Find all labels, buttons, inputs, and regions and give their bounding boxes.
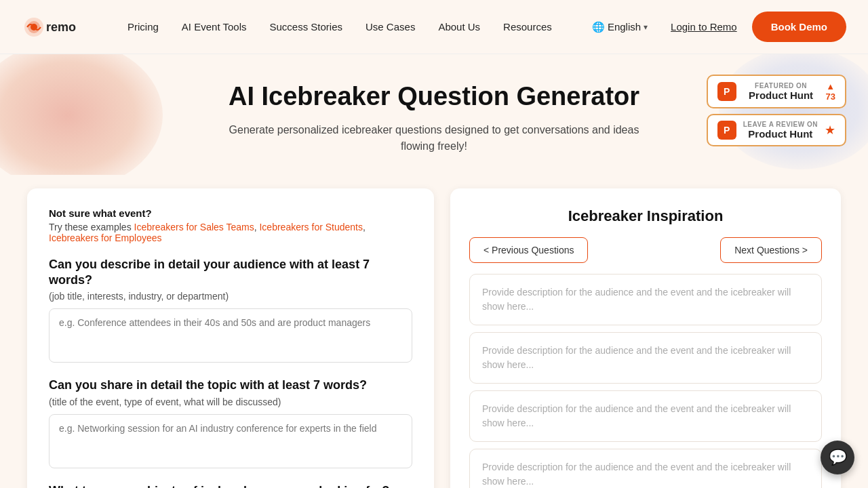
hero-subtitle: Generate personalized icebreaker questio… — [224, 122, 644, 155]
question2-label: Can you share in detail the topic with a… — [49, 378, 412, 393]
question2-hint: (title of the event, type of event, what… — [49, 396, 412, 407]
book-demo-button[interactable]: Book Demo — [752, 12, 846, 42]
inspiration-card-text: Provide description for the audience and… — [482, 460, 809, 488]
ph-review-name: Product Hunt — [743, 128, 818, 140]
ph-text-review: LEAVE A REVIEW ON Product Hunt — [743, 121, 818, 140]
nav-buttons: < Previous Questions Next Questions > — [469, 237, 822, 263]
nav-resources[interactable]: Resources — [494, 16, 561, 38]
example-link-sales[interactable]: Icebreakers for Sales Teams — [134, 222, 254, 232]
next-questions-button[interactable]: Next Questions > — [720, 237, 822, 263]
inspiration-cards: Provide description for the audience and… — [469, 274, 822, 488]
ph-badge-review[interactable]: P LEAVE A REVIEW ON Product Hunt ★ — [707, 114, 846, 146]
globe-icon: 🌐 — [592, 21, 605, 33]
inspiration-card: Provide description for the audience and… — [469, 449, 822, 488]
example-link-students[interactable]: Icebreakers for Students — [259, 222, 363, 232]
inspiration-card: Provide description for the audience and… — [469, 274, 822, 325]
chat-icon: 💬 — [829, 449, 847, 466]
inspiration-panel: Icebreaker Inspiration < Previous Questi… — [450, 188, 841, 488]
ph-star-icon: ★ — [825, 123, 835, 138]
ph-logo-1: P — [717, 82, 736, 101]
hero-section: AI Icebreaker Question Generator Generat… — [0, 54, 868, 175]
svg-text:remo: remo — [46, 20, 76, 34]
inspiration-card-text: Provide description for the audience and… — [482, 344, 809, 372]
inspiration-title: Icebreaker Inspiration — [469, 207, 822, 225]
not-sure-box: Not sure what event? Try these examples … — [49, 207, 412, 243]
prev-questions-button[interactable]: < Previous Questions — [469, 237, 588, 263]
ph-arrow-up-icon: ▲ — [826, 81, 835, 92]
logo[interactable]: remo — [22, 15, 96, 39]
nav-ai-event-tools[interactable]: AI Event Tools — [172, 16, 256, 39]
question1-label: Can you describe in detail your audience… — [49, 257, 412, 289]
chat-bubble[interactable]: 💬 — [821, 441, 854, 474]
ph-featured-name: Product Hunt — [743, 89, 819, 101]
nav-pricing[interactable]: Pricing — [118, 16, 168, 38]
ph-vote-count: ▲ 73 — [826, 81, 835, 102]
nav-right: 🌐 English ▾ Login to Remo Book Demo — [584, 12, 846, 42]
inspiration-card-text: Provide description for the audience and… — [482, 402, 809, 430]
ph-badge-featured[interactable]: P FEATURED ON Product Hunt ▲ 73 — [707, 75, 846, 108]
inspiration-card: Provide description for the audience and… — [469, 390, 822, 442]
main-content: Not sure what event? Try these examples … — [0, 188, 868, 488]
inspiration-card-text: Provide description for the audience and… — [482, 285, 809, 314]
audience-input[interactable] — [49, 308, 412, 363]
inspiration-card: Provide description for the audience and… — [469, 332, 822, 384]
ph-featured-label: FEATURED ON — [743, 82, 819, 89]
form-panel: Not sure what event? Try these examples … — [27, 188, 434, 488]
login-link[interactable]: Login to Remo — [661, 16, 747, 38]
question1-hint: (job title, interests, industry, or depa… — [49, 291, 412, 302]
language-selector[interactable]: 🌐 English ▾ — [584, 16, 656, 39]
not-sure-title: Not sure what event? — [49, 207, 412, 219]
not-sure-text: Try these examples Icebreakers for Sales… — [49, 222, 412, 243]
nav-success-stories[interactable]: Success Stories — [260, 16, 352, 39]
nav-use-cases[interactable]: Use Cases — [356, 16, 425, 38]
navbar: remo Pricing AI Event Tools Success Stor… — [0, 0, 868, 54]
ph-text-featured: FEATURED ON Product Hunt — [743, 82, 819, 101]
ph-logo-2: P — [717, 121, 736, 140]
example-link-employees[interactable]: Icebreakers for Employees — [49, 232, 162, 243]
ph-review-label: LEAVE A REVIEW ON — [743, 121, 818, 128]
ph-count-value: 73 — [826, 92, 835, 102]
nav-about-us[interactable]: About Us — [429, 16, 490, 38]
topic-input[interactable] — [49, 414, 412, 468]
product-hunt-badges: P FEATURED ON Product Hunt ▲ 73 P LEAVE … — [707, 75, 846, 146]
chevron-down-icon: ▾ — [644, 22, 648, 32]
question3-label: What types or subjects of icebreakers ar… — [49, 483, 412, 488]
nav-links: Pricing AI Event Tools Success Stories U… — [118, 16, 584, 39]
language-label: English — [608, 21, 641, 33]
